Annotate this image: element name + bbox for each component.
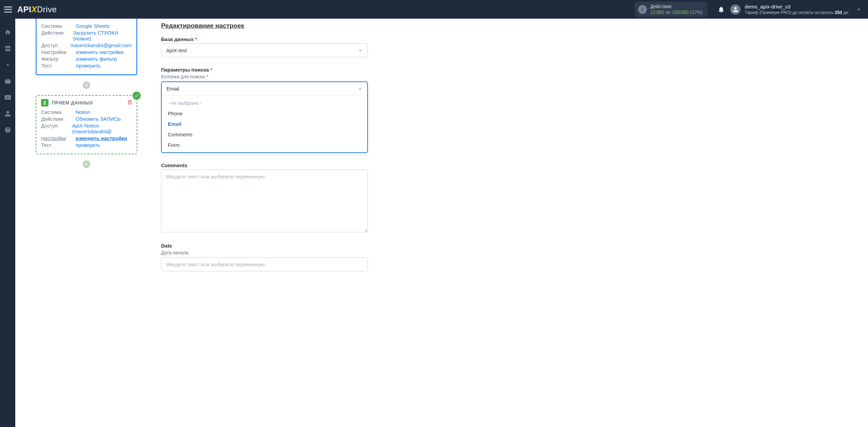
delete-step-icon[interactable]: [127, 100, 133, 105]
billing-icon[interactable]: [4, 61, 11, 68]
profile-icon[interactable]: [4, 110, 11, 117]
step2-settings-link[interactable]: изменить настройки: [76, 135, 127, 141]
user-menu[interactable]: demo_apix-drive_s3 Тариф |Премиум PRO| д…: [745, 4, 848, 15]
search-params-label: Параметры поиска *: [161, 67, 368, 73]
step2-title: ПРИЕМ ДАННЫХ: [52, 100, 93, 105]
step-2-card: 2 ПРИЕМ ДАННЫХ СистемаNotion ДействиеОбн…: [36, 95, 137, 154]
avatar[interactable]: [730, 4, 741, 15]
actions-counter[interactable]: i Действия: 22'062 из 100'000 (22%): [635, 2, 707, 17]
briefcase-icon[interactable]: [4, 78, 11, 84]
date-label: Date: [161, 243, 368, 249]
check-icon: [133, 92, 141, 100]
option-email[interactable]: Email: [162, 119, 367, 129]
step2-test-link[interactable]: проверить: [76, 142, 100, 148]
option-none[interactable]: - не выбрано -: [162, 98, 367, 108]
option-form[interactable]: Form: [162, 140, 367, 150]
video-icon[interactable]: [4, 94, 11, 101]
db-label: База данных *: [161, 36, 368, 42]
step2-system-link[interactable]: Notion: [76, 109, 90, 115]
step2-access-link[interactable]: ApiX Notion (maverickandrii@: [72, 123, 132, 134]
search-col-label: Колонка для поиска *: [161, 74, 368, 79]
search-col-dropdown[interactable]: Email - не выбрано - Phone Email Comment…: [161, 81, 368, 153]
actions-label: Действия:: [650, 4, 703, 9]
logo[interactable]: APIXDrive: [17, 5, 57, 14]
bell-icon[interactable]: [717, 6, 725, 13]
step2-badge: 2: [41, 99, 48, 106]
info-icon: i: [638, 5, 647, 14]
chevron-down-icon: [358, 48, 363, 53]
chevron-down-icon[interactable]: [856, 6, 862, 13]
step1-system-link[interactable]: Google Sheets: [76, 23, 110, 29]
date-start-input[interactable]: [161, 257, 368, 271]
chevron-up-icon: [358, 86, 362, 91]
step1-access-link[interactable]: maverickandrii@gmail.com: [71, 42, 132, 48]
step1-test-link[interactable]: проверить: [76, 63, 100, 69]
comments-textarea[interactable]: [161, 170, 368, 232]
step2-action-link[interactable]: Обновить ЗАПИСЬ: [76, 116, 121, 122]
add-step-button-2[interactable]: +: [83, 160, 90, 168]
step-1-card: СистемаGoogle Sheets ДействиеЗагрузить С…: [36, 19, 137, 75]
step1-action-link[interactable]: Загрузить СТРОКИ (новые): [73, 30, 132, 41]
home-icon[interactable]: [4, 29, 11, 36]
option-comments[interactable]: Comments: [162, 129, 367, 140]
menu-toggle[interactable]: [4, 6, 12, 13]
option-phone[interactable]: Phone: [162, 108, 367, 119]
add-step-button[interactable]: +: [83, 81, 90, 89]
step1-filter-link[interactable]: изменить фильтр: [76, 56, 117, 62]
integrations-icon[interactable]: [4, 45, 11, 52]
help-icon[interactable]: [4, 127, 11, 133]
date-start-label: Дата начала: [161, 250, 368, 255]
form-title: Редактирование настроек: [161, 22, 368, 30]
db-dropdown[interactable]: ApiX-test: [161, 43, 368, 57]
comments-label: Comments: [161, 162, 368, 168]
step1-settings-link[interactable]: изменить настройки: [76, 49, 123, 55]
